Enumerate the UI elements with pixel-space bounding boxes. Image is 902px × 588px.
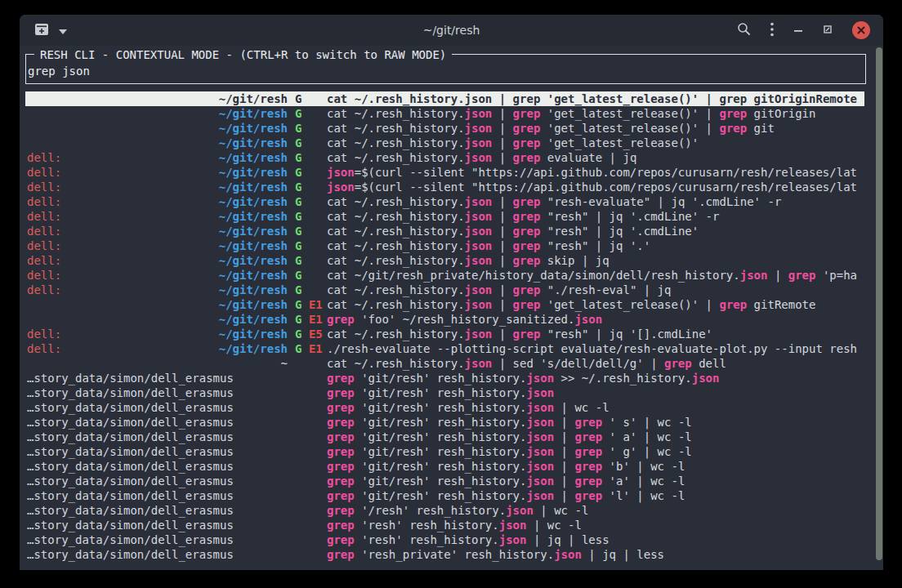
- history-row[interactable]: ~/git/reshGcat ~/.resh_history.json | gr…: [25, 91, 864, 106]
- history-row[interactable]: …story_data/simon/dell_erasmusgrep 'resh…: [25, 532, 864, 547]
- history-row[interactable]: dell:~/git/reshGcat ~/.resh_history.json…: [25, 224, 864, 238]
- query-match: json: [526, 416, 554, 429]
- history-row[interactable]: dell:~/git/reshGcat ~/.resh_history.json…: [25, 194, 864, 209]
- history-row[interactable]: …story_data/simon/dell_erasmusgrep 'git/…: [25, 430, 864, 444]
- query-match: json: [526, 489, 554, 502]
- command-text: grep 'git/resh' resh_history.json | grep…: [327, 430, 864, 444]
- history-row[interactable]: dell:~/git/reshGcat ~/.resh_history.json…: [25, 209, 864, 224]
- git-flag: G: [295, 239, 301, 252]
- history-row[interactable]: dell:~/git/reshGcat ~/.resh_history.json…: [25, 238, 864, 253]
- tab-list-chevron-button[interactable]: [59, 24, 67, 37]
- command-text: grep 'git/resh' resh_history.json: [327, 385, 864, 400]
- history-row[interactable]: dell:~/git/reshGjson=$(curl --silent "ht…: [25, 165, 864, 180]
- query-match: json: [692, 372, 720, 385]
- close-button[interactable]: [852, 21, 870, 39]
- search-button[interactable]: [737, 22, 751, 38]
- history-row[interactable]: ~/git/reshG E1grep 'foo' ~/resh_history_…: [25, 312, 864, 327]
- scrollbar-thumb[interactable]: [876, 47, 882, 560]
- directory-path: ~/git/resh: [27, 106, 288, 121]
- flags: G: [295, 224, 301, 238]
- history-row[interactable]: …story_data/simon/dell_erasmusgrep 'resh…: [25, 547, 864, 562]
- directory-path: ~/git/resh: [27, 194, 288, 209]
- history-row[interactable]: ~/git/reshGcat ~/.resh_history.json | gr…: [25, 136, 864, 150]
- exit-code-flag: E5: [309, 327, 323, 341]
- new-tab-button[interactable]: [34, 23, 49, 38]
- git-flag: G: [295, 92, 301, 105]
- history-row[interactable]: ~cat ~/.resh_history.json | sed 's/dell/…: [25, 356, 864, 371]
- git-flag: G: [295, 327, 301, 341]
- command-text: cat ~/.resh_history.json | grep 'get_lat…: [327, 91, 864, 106]
- history-row[interactable]: ~/git/reshGcat ~/.resh_history.json | gr…: [25, 106, 864, 121]
- history-row[interactable]: dell:~/git/reshGjson=$(curl --silent "ht…: [25, 180, 864, 194]
- git-flag: G: [295, 195, 301, 208]
- command-text: grep 'git/resh' resh_history.json | grep…: [327, 474, 864, 488]
- history-row[interactable]: …story_data/simon/dell_erasmusgrep 'resh…: [25, 518, 864, 532]
- command-text: cat ~/.resh_history.json | grep evaluate…: [327, 150, 864, 165]
- history-row[interactable]: dell:~/git/reshGcat ~/.resh_history.json…: [25, 253, 864, 268]
- history-row[interactable]: …story_data/simon/dell_erasmusgrep 'git/…: [25, 474, 864, 488]
- history-row[interactable]: …story_data/simon/dell_erasmusgrep 'git/…: [25, 385, 864, 400]
- command-text: grep 'git/resh' resh_history.json | grep…: [327, 488, 864, 503]
- git-flag: G: [295, 122, 301, 135]
- history-row[interactable]: …story_data/simon/dell_erasmusgrep 'git/…: [25, 444, 864, 459]
- command-text: cat ~/.resh_history.json | grep 'get_lat…: [327, 121, 864, 136]
- minimize-button[interactable]: [793, 24, 803, 37]
- history-row[interactable]: ~/git/reshGcat ~/.resh_history.json | gr…: [25, 121, 864, 136]
- minimize-icon: [793, 24, 803, 37]
- history-row[interactable]: dell:~/git/reshGcat ~/.resh_history.json…: [25, 150, 864, 165]
- history-row[interactable]: …story_data/simon/dell_erasmusgrep 'git/…: [25, 400, 864, 415]
- command-text: grep 'git/resh' resh_history.json | grep…: [327, 459, 864, 474]
- git-flag: G: [295, 254, 301, 267]
- history-row[interactable]: dell:~/git/reshGcat ~/git/resh_private/h…: [25, 268, 864, 283]
- search-query-input[interactable]: grep json: [28, 64, 90, 78]
- query-match: json: [465, 225, 493, 238]
- query-match: grep: [513, 298, 541, 311]
- history-row[interactable]: dell:~/git/reshGcat ~/.resh_history.json…: [25, 283, 864, 297]
- query-match: grep: [327, 474, 355, 488]
- query-match: grep: [327, 504, 355, 517]
- directory-path: ~/git/resh: [27, 121, 288, 136]
- query-match: json: [526, 372, 554, 385]
- menu-button[interactable]: [770, 22, 774, 39]
- directory-path: ~/git/resh: [27, 268, 288, 283]
- history-row[interactable]: …story_data/simon/dell_erasmusgrep 'git/…: [25, 371, 864, 385]
- history-row[interactable]: ~/git/reshG E1cat ~/.resh_history.json |…: [25, 297, 864, 312]
- titlebar[interactable]: ~/git/resh: [20, 15, 883, 46]
- directory-path: ~/git/resh: [27, 253, 288, 268]
- flags: G E5: [295, 327, 323, 341]
- history-row[interactable]: …story_data/simon/dell_erasmusgrep 'git/…: [25, 459, 864, 474]
- command-text: cat ~/.resh_history.json | grep 'get_lat…: [327, 106, 864, 121]
- git-flag: G: [295, 298, 301, 311]
- command-text: json=$(curl --silent "https://api.github…: [327, 165, 864, 180]
- git-flag: G: [295, 342, 301, 355]
- git-flag: G: [295, 136, 301, 149]
- flags: G: [295, 253, 301, 268]
- command-text: cat ~/.resh_history.json | grep 'get_lat…: [327, 136, 864, 150]
- device-path: …story_data/simon/dell_erasmus: [27, 430, 234, 444]
- history-row[interactable]: …story_data/simon/dell_erasmusgrep '/res…: [25, 503, 864, 518]
- history-row[interactable]: dell:~/git/reshG E1./resh-evaluate --plo…: [25, 341, 864, 356]
- command-text: grep 'resh' resh_history.json | wc -l: [327, 518, 864, 532]
- query-match: grep: [513, 210, 541, 223]
- history-row[interactable]: dell:~/git/reshG E5cat ~/.resh_history.j…: [25, 327, 864, 341]
- command-text: grep '/resh' resh_history.json | wc -l: [327, 503, 864, 518]
- directory-path: ~/git/resh: [27, 312, 288, 327]
- device-path: …story_data/simon/dell_erasmus: [27, 532, 234, 547]
- directory-path: ~/git/resh: [27, 224, 288, 238]
- history-row[interactable]: …story_data/simon/dell_erasmusgrep 'git/…: [25, 488, 864, 503]
- query-match: grep: [719, 122, 747, 135]
- git-flag: G: [295, 180, 301, 194]
- query-match: grep: [327, 386, 355, 399]
- git-flag: G: [295, 225, 301, 238]
- query-match: json: [465, 195, 493, 208]
- restore-button[interactable]: [823, 24, 833, 37]
- flags: G: [295, 180, 301, 194]
- query-match: json: [465, 210, 493, 223]
- directory-path: ~/git/resh: [27, 297, 288, 312]
- query-match: grep: [513, 225, 541, 238]
- history-row[interactable]: …story_data/simon/dell_erasmusgrep 'git/…: [25, 415, 864, 430]
- git-flag: G: [295, 151, 301, 164]
- command-text: grep 'resh' resh_history.json | jq | les…: [327, 532, 864, 547]
- exit-code-flag: E1: [309, 342, 323, 355]
- command-text: cat ~/.resh_history.json | grep "resh-ev…: [327, 194, 864, 209]
